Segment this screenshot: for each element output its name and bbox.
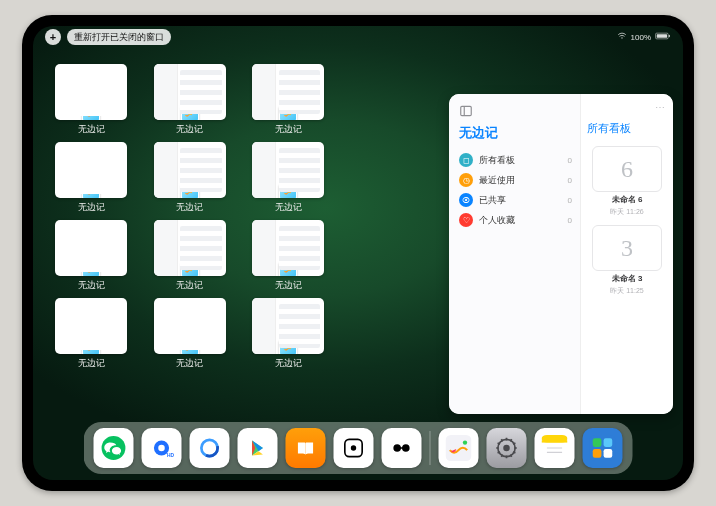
svg-point-13 [191,345,193,347]
new-window-button[interactable]: + [45,29,61,45]
sidebar-item[interactable]: ◻ 所有看板 0 [459,150,572,170]
freeform-app-icon [279,261,297,276]
svg-rect-55 [604,449,613,458]
category-icon: ◻ [459,153,473,167]
dock-qb-icon[interactable] [190,428,230,468]
ipad-frame: + 重新打开已关闭的窗口 100% 无边记 无边记 [22,15,694,491]
board-subtitle: 昨天 11:25 [610,286,643,296]
svg-point-19 [158,445,165,452]
window-preview [154,298,226,354]
dock-qq-blue-icon[interactable]: HD [142,428,182,468]
window-label: 无边记 [275,279,302,292]
freeform-app-icon [279,105,297,120]
svg-point-14 [290,345,292,347]
window-thumbnail[interactable]: 无边记 [47,142,136,214]
dock-dice-icon[interactable] [334,428,374,468]
svg-point-5 [290,111,292,113]
svg-point-26 [351,445,356,450]
dock-books-icon[interactable] [286,428,326,468]
window-label: 无边记 [78,357,105,370]
window-preview [55,142,127,198]
svg-point-7 [191,189,193,191]
window-preview [55,220,127,276]
panel-title: 无边记 [459,124,572,142]
category-label: 已共享 [479,194,506,207]
freeform-app-icon [181,339,199,354]
sidebar-item[interactable]: ⦿ 已共享 0 [459,190,572,210]
freeform-app-icon [181,261,199,276]
screen: + 重新打开已关闭的窗口 100% 无边记 无边记 [33,26,683,480]
category-count: 0 [568,196,572,205]
dock-bow-icon[interactable] [382,428,422,468]
status-indicators: 100% [617,31,671,43]
window-preview [252,220,324,276]
board-subtitle: 昨天 11:26 [610,207,643,217]
board-name: 未命名 3 [612,273,643,284]
window-label: 无边记 [275,357,302,370]
window-thumbnail[interactable]: 无边记 [244,64,333,136]
category-icon: ♡ [459,213,473,227]
svg-rect-48 [542,440,568,442]
dock-notes-icon[interactable] [535,428,575,468]
window-label: 无边记 [275,123,302,136]
dock-folder-icon[interactable] [583,428,623,468]
svg-rect-1 [657,34,667,37]
category-label: 个人收藏 [479,214,515,227]
window-label: 无边记 [176,279,203,292]
freeform-app-icon [181,105,199,120]
window-label: 无边记 [78,201,105,214]
window-thumbnail[interactable]: 无边记 [47,64,136,136]
category-label: 所有看板 [479,154,515,167]
freeform-app-icon [181,183,199,198]
status-bar: + 重新打开已关闭的窗口 100% [33,30,683,44]
dock-play-icon[interactable] [238,428,278,468]
window-thumbnail[interactable]: 无边记 [146,298,235,370]
window-thumbnail[interactable]: 无边记 [47,220,136,292]
dock-settings-icon[interactable] [487,428,527,468]
window-thumbnail[interactable]: 无边记 [146,220,235,292]
board-preview: 3 [592,225,662,271]
sidebar-toggle-icon[interactable] [459,104,473,118]
dock-wechat-icon[interactable] [94,428,134,468]
window-label: 无边记 [78,279,105,292]
window-preview [154,142,226,198]
stage-manager-area: 无边记 无边记 无边记 无边记 无边记 无边记 无边记 无边记 [43,50,673,422]
window-thumbnail[interactable]: 无边记 [146,142,235,214]
svg-point-31 [463,440,467,444]
category-icon: ⦿ [459,193,473,207]
category-count: 0 [568,216,572,225]
sidebar-item[interactable]: ◷ 最近使用 0 [459,170,572,190]
svg-rect-15 [461,106,472,115]
window-thumbnail[interactable]: 无边记 [244,220,333,292]
window-thumbnail[interactable]: 无边记 [146,64,235,136]
freeform-app-icon [279,339,297,354]
more-icon[interactable]: ⋯ [587,102,667,113]
svg-rect-52 [593,438,602,447]
category-count: 0 [568,176,572,185]
board-preview: 6 [592,146,662,192]
svg-point-33 [503,445,510,452]
dock: HD [84,422,633,474]
sidebar-item[interactable]: ♡ 个人收藏 0 [459,210,572,230]
window-preview [252,142,324,198]
window-thumbnail[interactable]: 无边记 [47,298,136,370]
svg-rect-53 [604,438,613,447]
board-thumbnail[interactable]: 6 未命名 6 昨天 11:26 [587,146,667,217]
dock-separator [430,431,431,465]
board-name: 未命名 6 [612,194,643,205]
window-preview [252,298,324,354]
panel-sidebar: 无边记 ◻ 所有看板 0◷ 最近使用 0⦿ 已共享 0♡ 个人收藏 0 [449,94,581,414]
svg-rect-54 [593,449,602,458]
dock-freeform-icon[interactable] [439,428,479,468]
window-preview [252,64,324,120]
reopen-closed-window-button[interactable]: 重新打开已关闭的窗口 [67,29,171,45]
board-thumbnail[interactable]: 3 未命名 3 昨天 11:25 [587,225,667,296]
category-icon: ◷ [459,173,473,187]
window-thumbnail[interactable]: 无边记 [244,142,333,214]
wifi-icon [617,31,627,43]
window-thumbnail[interactable]: 无边记 [244,298,333,370]
window-preview [55,64,127,120]
window-label: 无边记 [176,123,203,136]
svg-point-6 [93,189,95,191]
window-label: 无边记 [176,201,203,214]
